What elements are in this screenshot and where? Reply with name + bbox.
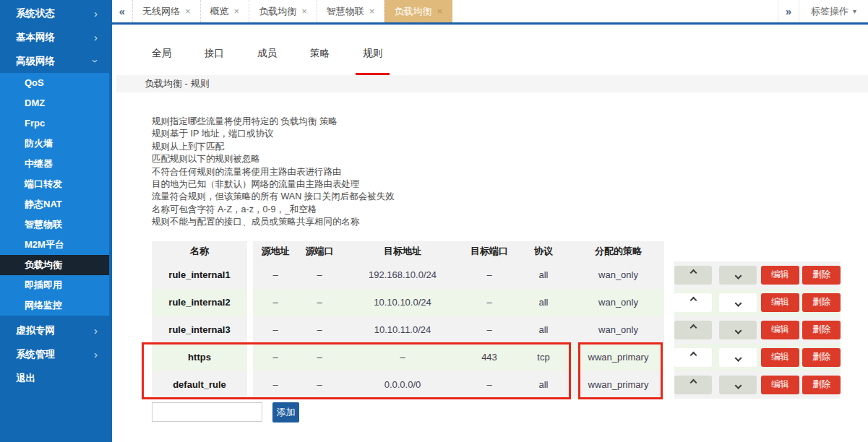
header-protocol: 协议	[515, 241, 572, 261]
tab-load-balance-active[interactable]: 负载均衡 ×	[384, 0, 452, 22]
edit-button[interactable]: 编辑	[761, 321, 799, 339]
delete-button[interactable]: 删除	[802, 321, 841, 339]
description-line: 规则指定哪些流量将使用特定的 负载均衡 策略	[152, 116, 868, 128]
rule-src-port: –	[298, 371, 341, 399]
table-row: rule_internal2 – – 10.10.10.0/24 – all w…	[152, 289, 868, 316]
rule-dst-addr: 10.10.11.0/24	[341, 316, 464, 344]
sidebar-item-label: 高级网络	[16, 49, 55, 73]
rule-src-addr: –	[253, 344, 298, 371]
sidebar-item-label: 退出	[16, 366, 35, 390]
rules-description: 规则指定哪些流量将使用特定的 负载均衡 策略 规则基于 IP 地址，端口或协议 …	[152, 116, 868, 229]
rule-name: default_rule	[152, 371, 247, 399]
sidebar-item-repeater[interactable]: 中继器	[0, 154, 109, 174]
tab-label: 负载均衡	[394, 5, 431, 18]
header-name: 名称	[152, 241, 247, 261]
tab-load-balance[interactable]: 负载均衡 ×	[249, 0, 317, 22]
rule-protocol: all	[515, 289, 572, 316]
sidebar-item-vpn[interactable]: 虚拟专网 ›	[0, 318, 112, 342]
tab-smart-iot[interactable]: 智慧物联 ×	[317, 0, 385, 22]
edit-button[interactable]: 编辑	[761, 348, 799, 367]
chevron-down-icon	[734, 300, 742, 307]
rule-src-port: –	[298, 344, 341, 371]
subtab-global[interactable]: 全局	[145, 40, 179, 75]
move-down-button[interactable]	[719, 266, 757, 285]
sidebar-item-basic-network[interactable]: 基本网络 ›	[0, 25, 112, 49]
close-icon[interactable]: ×	[185, 6, 191, 17]
sidebar-item-qos[interactable]: QoS	[0, 73, 109, 93]
subtab-interface[interactable]: 接口	[197, 40, 231, 75]
add-button[interactable]: 添加	[272, 402, 299, 422]
tab-overview[interactable]: 概览 ×	[201, 0, 250, 22]
edit-button[interactable]: 编辑	[761, 266, 799, 285]
rule-dst-port: –	[464, 261, 515, 289]
tab-actions-dropdown[interactable]: 标签操作 ▾	[799, 0, 868, 22]
edit-button[interactable]: 编辑	[761, 376, 799, 394]
subtab-member[interactable]: 成员	[250, 40, 284, 75]
sidebar-item-network-monitor[interactable]: 网络监控	[0, 295, 109, 316]
scroll-tabs-left-button[interactable]: «	[112, 0, 133, 22]
sidebar-item-port-forward[interactable]: 端口转发	[0, 174, 109, 194]
sidebar-item-smart-iot[interactable]: 智慧物联	[0, 214, 109, 235]
delete-button[interactable]: 删除	[802, 266, 841, 285]
chevron-down-icon	[734, 382, 742, 389]
description-line: 名称可包含字符 A-Z，a-z，0-9，_和空格	[152, 204, 868, 216]
sidebar-item-system-status[interactable]: 系统状态 ›	[0, 1, 112, 25]
chevron-down-icon: ›	[90, 59, 101, 63]
move-down-button[interactable]	[719, 321, 757, 339]
table-row-highlighted: https – – – 443 tcp wwan_primary 编辑 删除	[152, 344, 868, 371]
tab-wireless-network[interactable]: 无线网络 ×	[133, 0, 201, 22]
sidebar-item-m2m[interactable]: M2M平台	[0, 235, 109, 255]
sidebar-item-load-balance[interactable]: 负载均衡	[0, 255, 109, 275]
sidebar-item-firewall[interactable]: 防火墙	[0, 134, 109, 154]
chevron-up-icon	[689, 352, 697, 359]
rule-protocol: tcp	[515, 344, 572, 371]
scroll-tabs-right-button[interactable]: »	[778, 0, 799, 22]
page-title: 负载均衡 - 规则	[116, 75, 868, 92]
move-down-button[interactable]	[719, 348, 757, 367]
subtab-rule[interactable]: 规则	[356, 40, 390, 75]
tabbar-spacer	[452, 0, 778, 22]
sidebar-item-upnp[interactable]: 即插即用	[0, 275, 109, 295]
move-up-button[interactable]	[674, 348, 712, 367]
close-icon[interactable]: ×	[437, 6, 442, 17]
description-line: 目的地为已知（非默认）网络的流量由主路由表处理	[152, 178, 868, 191]
delete-button[interactable]: 删除	[802, 376, 841, 394]
row-actions: 编辑 删除	[674, 261, 841, 289]
sidebar-submenu: QoS DMZ Frpc 防火墙 中继器 端口转发 静态NAT 智慧物联 M2M…	[0, 73, 112, 316]
rule-name: https	[152, 344, 247, 371]
header-dst-addr: 目标地址	[341, 241, 464, 261]
description-line: 规则不能与配置的接口、成员或策略共享相同的名称	[152, 216, 868, 228]
move-up-button[interactable]	[674, 293, 712, 312]
row-actions: 编辑 删除	[674, 371, 841, 399]
delete-button[interactable]: 删除	[802, 293, 841, 312]
move-up-button[interactable]	[674, 266, 712, 285]
close-icon[interactable]: ×	[301, 6, 307, 17]
chevron-down-icon	[734, 272, 742, 280]
move-down-button[interactable]	[719, 293, 757, 312]
new-rule-name-input[interactable]	[152, 402, 262, 422]
move-up-button[interactable]	[674, 376, 712, 394]
sidebar-item-logout[interactable]: 退出	[0, 366, 112, 390]
delete-button[interactable]: 删除	[802, 348, 841, 367]
rule-dst-addr: 192.168.10.0/24	[341, 261, 464, 289]
move-up-button[interactable]	[674, 321, 712, 339]
close-icon[interactable]: ×	[369, 6, 375, 17]
description-line: 流量符合规则，但该策略的所有 WAN 接口关闭后都会被失效	[152, 191, 868, 203]
close-icon[interactable]: ×	[234, 6, 240, 17]
move-down-button[interactable]	[719, 376, 757, 394]
sidebar-item-system-manage[interactable]: 系统管理 ›	[0, 342, 112, 366]
chevron-down-icon	[734, 327, 742, 334]
rule-dst-port: –	[464, 371, 515, 399]
edit-button[interactable]: 编辑	[761, 293, 799, 312]
sidebar-item-static-nat[interactable]: 静态NAT	[0, 194, 109, 214]
chevron-right-icon: ›	[94, 325, 98, 336]
sidebar-item-advanced-network[interactable]: 高级网络 ›	[0, 49, 112, 73]
row-actions: 编辑 删除	[674, 316, 841, 344]
subtab-policy[interactable]: 策略	[303, 40, 337, 75]
sidebar-item-dmz[interactable]: DMZ	[0, 93, 109, 113]
rule-protocol: all	[515, 316, 572, 344]
sidebar-item-label: 虚拟专网	[16, 318, 55, 342]
header-policy: 分配的策略	[572, 241, 664, 261]
rule-policy: wwan_primary	[572, 371, 664, 399]
sidebar-item-frpc[interactable]: Frpc	[0, 113, 109, 134]
